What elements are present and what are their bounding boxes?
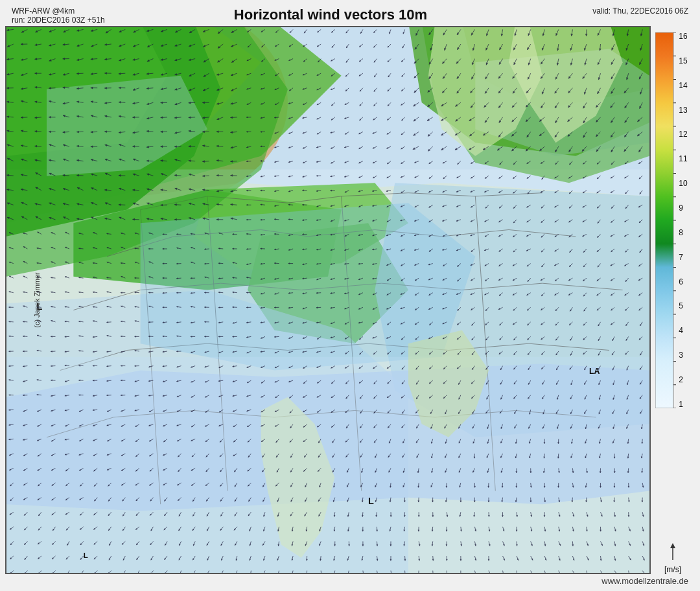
copyright-label: (c) Janek Zimmer (33, 272, 41, 328)
cb-label-1: 1 (679, 400, 687, 408)
svg-rect-3503 (655, 32, 673, 408)
run-info: run: 20DEC2016 03Z +51h (12, 16, 115, 25)
svg-marker-3522 (670, 543, 675, 548)
footer-website: www.modellzentrale.de (5, 574, 695, 586)
cb-label-3: 3 (679, 351, 687, 359)
cb-label-16: 16 (679, 32, 687, 40)
cb-label-4: 4 (679, 327, 687, 334)
map-wrapper: (c) Janek Zimmer (5, 26, 651, 574)
model-info: WRF-ARW @4km run: 20DEC2016 03Z +51h (12, 6, 115, 25)
cb-label-12: 12 (679, 130, 687, 138)
colorbar-section: 16 15 14 13 12 11 10 9 8 7 6 5 4 3 2 1 (651, 26, 695, 574)
cb-label-14: 14 (679, 82, 687, 89)
cb-label-2: 2 (679, 376, 687, 384)
svg-text:L: L (84, 551, 88, 559)
cb-label-13: 13 (679, 106, 687, 114)
cb-label-8: 8 (679, 229, 687, 237)
colorbar-container: 16 15 14 13 12 11 10 9 8 7 6 5 4 3 2 1 (655, 26, 690, 537)
cb-label-6: 6 (679, 278, 687, 286)
svg-text:LA: LA (589, 367, 600, 376)
cb-label-9: 9 (679, 204, 687, 212)
chart-title: Horizontal wind vectors 10m (115, 6, 546, 23)
cb-label-7: 7 (679, 253, 687, 261)
model-name: WRF-ARW @4km (12, 6, 115, 16)
valid-info: valid: Thu, 22DEC2016 06Z (546, 6, 688, 16)
cb-label-5: 5 (679, 302, 687, 310)
title-bar: WRF-ARW @4km run: 20DEC2016 03Z +51h Hor… (5, 5, 695, 26)
units-label: [m/s] (664, 565, 681, 574)
colorbar-labels: 16 15 14 13 12 11 10 9 8 7 6 5 4 3 2 1 (676, 32, 690, 408)
map-svg: /* Wind vectors rendered via SVG element… (6, 27, 649, 573)
main-container: WRF-ARW @4km run: 20DEC2016 03Z +51h Hor… (0, 0, 700, 591)
colorbar-gradient-svg (655, 32, 676, 408)
cb-label-10: 10 (679, 180, 687, 187)
wind-arrow-legend (664, 542, 682, 562)
cb-label-15: 15 (679, 57, 687, 65)
cb-label-11: 11 (679, 155, 687, 163)
svg-text:L: L (368, 496, 374, 506)
map-section: (c) Janek Zimmer (5, 26, 695, 574)
